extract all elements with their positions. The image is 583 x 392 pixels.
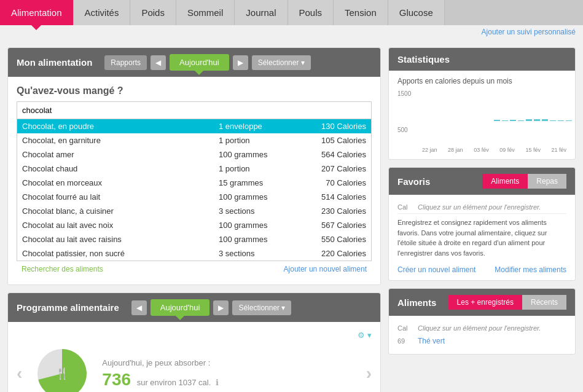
favoris-header: Favoris Aliments Repas (389, 168, 575, 195)
tab-activites[interactable]: Activités (74, 0, 131, 25)
favoris-body: Cal Cliquez sur un élément pour l'enregi… (389, 195, 575, 280)
chart-bar-11 (510, 120, 516, 121)
food-item-4[interactable]: Chocolat en morceaux15 grammes70 Calorie… (17, 176, 371, 190)
fav-cal-label: Cal (397, 203, 413, 211)
chart-bars (422, 90, 566, 133)
aliments-tabs: Les + enregistrés Récents (448, 295, 566, 310)
x-label-0: 22 jan (422, 147, 437, 153)
stats-header: Statistiques (389, 48, 575, 71)
gear-icon[interactable]: ⚙ ▾ (358, 331, 372, 340)
fav-links: Créer un nouvel aliment Modifier mes ali… (397, 262, 566, 274)
prog-prev-button[interactable]: ◀ (131, 300, 147, 315)
x-label-5: 21 fév (551, 147, 566, 153)
food-item-5[interactable]: Chocolat fourré au lait100 grammes514 Ca… (17, 190, 371, 204)
aliments-tab-recents[interactable]: Récents (522, 295, 566, 310)
prog-right-nav[interactable]: › (366, 364, 372, 383)
programme-header: Programme alimentaire ◀ Aujourd'hui ▶ Sé… (8, 293, 380, 322)
tab-glucose[interactable]: Glucose (388, 0, 445, 25)
programme-controls: ◀ Aujourd'hui ▶ Sélectionner ▾ (131, 299, 292, 316)
tab-pouls[interactable]: Pouls (288, 0, 334, 25)
stats-card: Statistiques Apports en calories depuis … (388, 47, 576, 160)
chart-bar-14 (534, 119, 540, 121)
tab-alimentation[interactable]: Alimentation (0, 0, 74, 25)
left-panel: Mon alimentation Rapports ◀ Aujourd'hui … (7, 47, 381, 392)
prog-text: Aujourd'hui, je peux absorber : 736 sur … (102, 358, 353, 390)
food-item-1[interactable]: Chocolat, en garniture1 portion105 Calor… (17, 133, 371, 147)
favoris-card: Favoris Aliments Repas Cal Cliquez sur u… (388, 167, 576, 281)
fav-click-desc: Cliquez sur un élément pour l'enregistre… (418, 203, 541, 211)
pie-svg: 🍴 (34, 346, 90, 392)
programme-title: Programme alimentaire (17, 302, 119, 313)
alimentation-controls: Rapports ◀ Aujourd'hui ▶ Sélectionner ▾ (104, 54, 310, 71)
reports-button[interactable]: Rapports (104, 55, 147, 70)
food-item-6[interactable]: Chocolat blanc, à cuisiner3 sections230 … (17, 204, 371, 218)
aliments-tab-plus[interactable]: Les + enregistrés (448, 295, 522, 310)
favoris-tabs: Aliments Repas (482, 174, 566, 189)
prog-next-button[interactable]: ▶ (213, 300, 229, 315)
food-item-2[interactable]: Chocolat amer100 grammes564 Calories (17, 147, 371, 162)
prog-label: Aujourd'hui, je peux absorber : (102, 358, 353, 367)
today-button[interactable]: Aujourd'hui (170, 54, 229, 71)
food-dropdown: Chocolat, en poudre1 enveloppe130 Calori… (17, 119, 372, 261)
chart-bar-9 (494, 120, 500, 121)
tab-poids[interactable]: Poids (130, 0, 176, 25)
aliments-title: Aliments (397, 297, 436, 308)
favoris-title: Favoris (397, 176, 430, 187)
aliments-cal-label: Cal (397, 324, 413, 332)
programme-card: Programme alimentaire ◀ Aujourd'hui ▶ Sé… (7, 292, 381, 392)
tab-journal[interactable]: Journal (235, 0, 288, 25)
prog-left-nav[interactable]: ‹ (17, 364, 22, 383)
search-title: Qu'avez-vous mangé ? (17, 85, 372, 96)
info-icon[interactable]: ℹ (216, 378, 219, 387)
fav-modify-link[interactable]: Modifier mes aliments (495, 265, 566, 274)
tab-tension[interactable]: Tension (334, 0, 388, 25)
alimentation-header: Mon alimentation Rapports ◀ Aujourd'hui … (8, 48, 380, 77)
y-label-1500: 1500 (397, 90, 419, 97)
add-food-link[interactable]: Ajouter un nouvel aliment (284, 265, 367, 273)
pie-chart: 🍴 (34, 346, 90, 392)
aliments-card: Aliments Les + enregistrés Récents Cal C… (388, 288, 576, 355)
aliments-header-row: Cal Cliquez sur un élément pour l'enregi… (397, 322, 566, 334)
food-item-0[interactable]: Chocolat, en poudre1 enveloppe130 Calori… (17, 119, 371, 133)
prog-today-button[interactable]: Aujourd'hui (151, 299, 210, 316)
fav-tab-aliments[interactable]: Aliments (482, 174, 528, 189)
add-custom-link[interactable]: Ajouter un suivi personnalisé (0, 25, 583, 36)
next-day-button[interactable]: ▶ (233, 55, 248, 70)
prev-day-button[interactable]: ◀ (151, 55, 166, 70)
prog-rest-text: sur environ 1037 cal. (137, 378, 211, 387)
food-item-7[interactable]: Chocolat au lait avec noix100 grammes567… (17, 218, 371, 232)
fav-body-text: Enregistrez et consignez rapidement vos … (397, 214, 566, 262)
food-item-3[interactable]: Chocolat chaud1 portion207 Calories (17, 162, 371, 176)
chart-bar-18 (566, 120, 572, 121)
aliments-first-name[interactable]: Thé vert (418, 337, 445, 345)
fav-header-row: Cal Cliquez sur un élément pour l'enregi… (397, 201, 566, 214)
right-panel: Statistiques Apports en calories depuis … (388, 47, 576, 392)
food-item-9[interactable]: Chocolat patissier, non sucré3 sections2… (17, 246, 371, 261)
search-section: Qu'avez-vous mangé ? Chocolat, en poudre… (17, 85, 372, 276)
svg-text:🍴: 🍴 (55, 367, 69, 380)
stats-body: Apports en calories depuis un mois 1500 … (389, 71, 575, 159)
aliments-click-desc: Cliquez sur un élément pour l'enregistre… (418, 324, 541, 332)
aliments-body: Cal Cliquez sur un élément pour l'enregi… (389, 316, 575, 354)
search-foods-link[interactable]: Rechercher des aliments (22, 265, 103, 273)
chart-bar-17 (558, 120, 564, 121)
chart-bar-16 (550, 120, 556, 121)
food-item-8[interactable]: Chocolat au lait avec raisins100 grammes… (17, 232, 371, 246)
stats-title: Statistiques (397, 54, 450, 65)
chart-bar-12 (518, 120, 524, 121)
food-links-row: Rechercher des aliments Ajouter un nouve… (17, 261, 372, 276)
select-button[interactable]: Sélectionner ▾ (252, 55, 311, 70)
chart-title: Apports en calories depuis un mois (397, 77, 566, 85)
gear-area: ⚙ ▾ (17, 331, 372, 340)
prog-select-button[interactable]: Sélectionner ▾ (232, 300, 291, 315)
chart-bar-15 (542, 119, 548, 121)
alimentation-body: Qu'avez-vous mangé ? Chocolat, en poudre… (8, 77, 380, 284)
chart-bar-13 (526, 119, 532, 121)
fav-create-link[interactable]: Créer un nouvel aliment (397, 265, 475, 274)
chart-area: 1500 500 (397, 90, 566, 146)
x-label-4: 15 fév (525, 147, 541, 153)
food-search-input[interactable] (17, 101, 372, 119)
fav-tab-repas[interactable]: Repas (528, 174, 566, 189)
tab-sommeil[interactable]: Sommeil (176, 0, 235, 25)
y-label-500: 500 (397, 127, 419, 133)
